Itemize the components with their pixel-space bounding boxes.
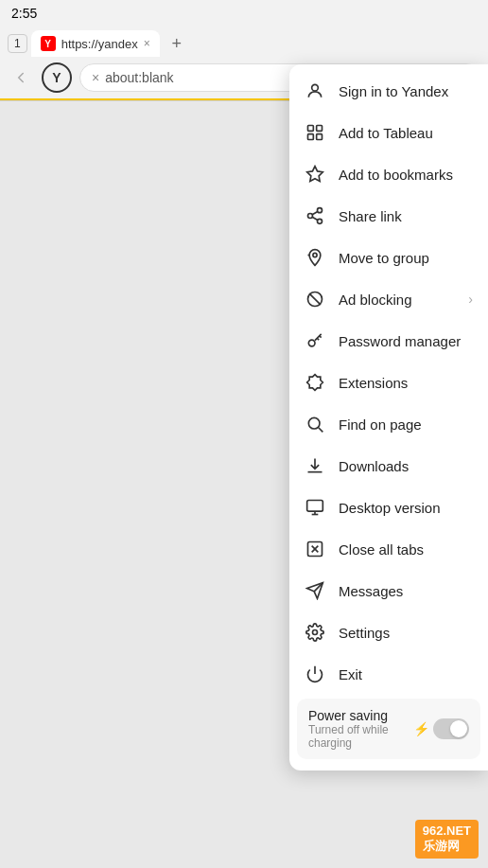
menu-label-add-to-bookmarks: Add to bookmarks — [339, 167, 473, 183]
tab-bar: 1 Y https://yandex × + — [0, 27, 488, 57]
new-tab-button[interactable]: + — [164, 30, 190, 57]
svg-point-6 — [318, 208, 322, 213]
menu-item-ad-blocking[interactable]: Ad blocking › — [289, 278, 488, 320]
menu-label-settings: Settings — [339, 625, 473, 641]
tableau-icon — [305, 122, 325, 143]
yandex-logo: Y — [42, 62, 72, 93]
svg-line-14 — [309, 293, 321, 305]
menu-item-messages[interactable]: Messages — [289, 570, 488, 611]
tab-label: https://yandex — [61, 37, 138, 51]
chevron-right-icon: › — [468, 292, 473, 307]
menu-label-close-all-tabs: Close all tabs — [339, 541, 473, 558]
menu-item-desktop-version[interactable]: Desktop version — [289, 487, 488, 528]
menu-label-ad-blocking: Ad blocking — [339, 292, 455, 308]
svg-line-9 — [312, 217, 318, 220]
extension-icon — [305, 372, 325, 393]
url-clear-icon[interactable]: × — [92, 70, 99, 85]
svg-line-10 — [312, 211, 318, 214]
svg-rect-1 — [308, 126, 314, 132]
tab-favicon: Y — [41, 36, 56, 51]
svg-point-15 — [308, 340, 315, 346]
menu-item-sign-in[interactable]: Sign in to Yandex — [289, 70, 488, 112]
toggle-switch[interactable] — [433, 718, 469, 739]
power-saving-text: Power saving Turned off while charging — [308, 708, 413, 750]
menu-item-share-link[interactable]: Share link — [289, 195, 488, 237]
back-icon — [12, 69, 29, 86]
power-saving-subtitle: Turned off while charging — [308, 723, 413, 750]
download-icon — [305, 455, 325, 476]
menu-label-move-to-group: Move to group — [339, 250, 473, 266]
menu-label-add-to-tableau: Add to Tableau — [339, 125, 473, 141]
menu-label-downloads: Downloads — [339, 458, 473, 474]
tab-counter[interactable]: 1 — [8, 34, 27, 53]
key-icon — [305, 330, 325, 351]
svg-rect-2 — [317, 126, 322, 132]
pin-icon — [305, 247, 325, 268]
menu-item-exit[interactable]: Exit — [289, 653, 488, 695]
svg-rect-3 — [308, 134, 314, 140]
menu-item-extensions[interactable]: Extensions — [289, 362, 488, 403]
power-saving-title: Power saving — [308, 708, 413, 723]
star-icon — [305, 164, 325, 185]
menu-label-sign-in: Sign in to Yandex — [339, 83, 473, 99]
svg-rect-19 — [307, 501, 323, 512]
menu-label-password-manager: Password manager — [339, 333, 473, 349]
menu-label-share-link: Share link — [339, 208, 473, 224]
menu-label-messages: Messages — [339, 583, 473, 599]
watermark-line2: 乐游网 — [423, 839, 460, 853]
menu-label-exit: Exit — [339, 666, 473, 682]
person-icon — [305, 80, 325, 101]
menu-label-desktop-version: Desktop version — [339, 500, 473, 516]
menu-label-extensions: Extensions — [339, 375, 473, 391]
menu-item-close-all-tabs[interactable]: Close all tabs — [289, 528, 488, 570]
send-icon — [305, 580, 325, 601]
back-button[interactable] — [8, 64, 34, 91]
menu-item-settings[interactable]: Settings — [289, 611, 488, 653]
svg-point-16 — [308, 417, 320, 429]
watermark-line1: 962.NET — [423, 824, 471, 838]
context-menu: Sign in to Yandex Add to Tableau Add to … — [289, 64, 488, 771]
search-icon — [305, 414, 325, 434]
watermark: 962.NET 乐游网 — [415, 820, 479, 859]
menu-item-downloads[interactable]: Downloads — [289, 445, 488, 487]
power-icon — [305, 664, 325, 684]
power-toggle[interactable]: ⚡ — [413, 718, 469, 739]
url-text: about:blank — [105, 70, 173, 85]
settings-icon — [305, 622, 325, 643]
svg-point-27 — [313, 630, 318, 635]
lightning-icon: ⚡ — [413, 721, 429, 736]
svg-line-17 — [319, 428, 323, 433]
menu-label-find-on-page: Find on page — [339, 416, 473, 433]
menu-item-move-to-group[interactable]: Move to group — [289, 237, 488, 278]
menu-item-password-manager[interactable]: Password manager — [289, 320, 488, 362]
block-icon — [305, 289, 325, 310]
tab-close-button[interactable]: × — [144, 37, 150, 50]
svg-point-11 — [313, 253, 317, 257]
svg-point-0 — [312, 84, 319, 91]
svg-point-7 — [308, 214, 313, 219]
menu-item-add-to-tableau[interactable]: Add to Tableau — [289, 112, 488, 153]
status-time: 2:55 — [11, 6, 37, 21]
power-saving-section: Power saving Turned off while charging ⚡ — [297, 699, 480, 759]
svg-point-8 — [318, 219, 322, 223]
desktop-icon — [305, 497, 325, 518]
svg-marker-5 — [307, 167, 323, 182]
menu-item-add-to-bookmarks[interactable]: Add to bookmarks — [289, 153, 488, 195]
share-icon — [305, 205, 325, 226]
menu-item-find-on-page[interactable]: Find on page — [289, 403, 488, 445]
svg-rect-4 — [317, 134, 322, 140]
close-box-icon — [305, 539, 325, 559]
status-bar: 2:55 — [0, 0, 488, 27]
active-tab[interactable]: Y https://yandex × — [31, 30, 160, 57]
